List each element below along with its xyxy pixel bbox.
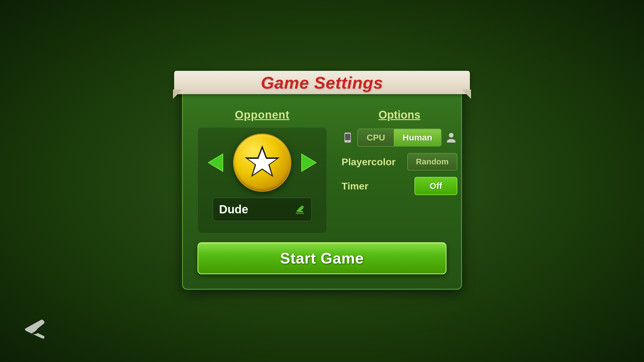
player-name-box: Dude [213,198,312,221]
svg-rect-7 [345,134,350,140]
opponent-type-row: CPU Human [339,129,460,147]
edit-name-icon[interactable] [294,204,305,215]
svg-marker-0 [208,154,223,171]
phone-icon [342,131,354,144]
playercolor-label: Playercolor [342,156,407,168]
prev-opponent-button[interactable] [207,152,224,173]
human-icon [445,131,457,144]
opponent-panel: Dude [197,127,327,233]
svg-point-8 [347,141,348,142]
opponent-type-controls: CPU Human [342,129,457,147]
opponent-avatar [233,133,291,192]
opponent-section: Opponent [197,109,327,233]
back-button[interactable] [23,318,50,339]
playercolor-row: Playercolor Random [339,153,460,171]
dialog-banner: Game Settings [174,71,470,94]
playercolor-random-button[interactable]: Random [407,153,457,171]
dialog-content: Opponent [183,100,461,236]
next-opponent-button[interactable] [300,152,318,173]
star-avatar-icon [243,144,281,182]
svg-marker-3 [302,154,316,171]
player-name-text: Dude [219,203,248,216]
timer-off-button[interactable]: Off [414,177,457,195]
cpu-toggle-button[interactable]: CPU [358,129,394,146]
opponent-section-title: Opponent [235,109,289,121]
human-toggle-button[interactable]: Human [394,129,441,146]
avatar-container [207,133,318,192]
timer-row: Timer Off [339,177,460,195]
game-settings-dialog: Game Settings Opponent [182,78,462,290]
timer-label: Timer [342,180,414,192]
svg-marker-2 [248,149,276,175]
svg-point-9 [449,133,454,138]
options-section: Options CPU Human [339,109,460,233]
svg-rect-5 [296,213,304,214]
dialog-title: Game Settings [261,73,383,92]
opponent-type-toggle: CPU Human [357,129,442,147]
start-game-button[interactable]: Start Game [197,242,447,274]
options-section-title: Options [339,109,460,121]
